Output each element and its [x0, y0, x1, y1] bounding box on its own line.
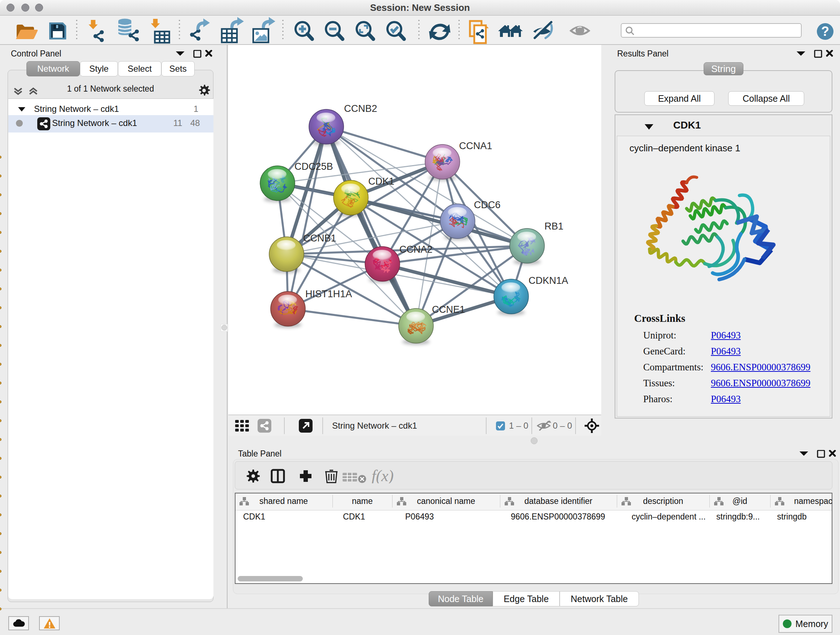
svg-text:f(x): f(x)	[371, 469, 393, 483]
svg-text:CDC6: CDC6	[474, 200, 501, 211]
svg-text:HIST1H1A: HIST1H1A	[305, 288, 352, 299]
svg-text:CDC25B: CDC25B	[294, 161, 333, 172]
svg-text:CDK1: CDK1	[368, 176, 394, 187]
svg-text:CCNB2: CCNB2	[344, 103, 377, 114]
svg-text:CCNB1: CCNB1	[303, 233, 336, 244]
svg-text:CCNA1: CCNA1	[459, 141, 493, 151]
svg-text:RB1: RB1	[545, 221, 564, 232]
svg-text:CDKN1A: CDKN1A	[529, 275, 568, 286]
svg-text:?: ?	[821, 24, 829, 39]
svg-text:CCNE1: CCNE1	[432, 304, 465, 315]
svg-text:CCNA2: CCNA2	[399, 244, 433, 255]
